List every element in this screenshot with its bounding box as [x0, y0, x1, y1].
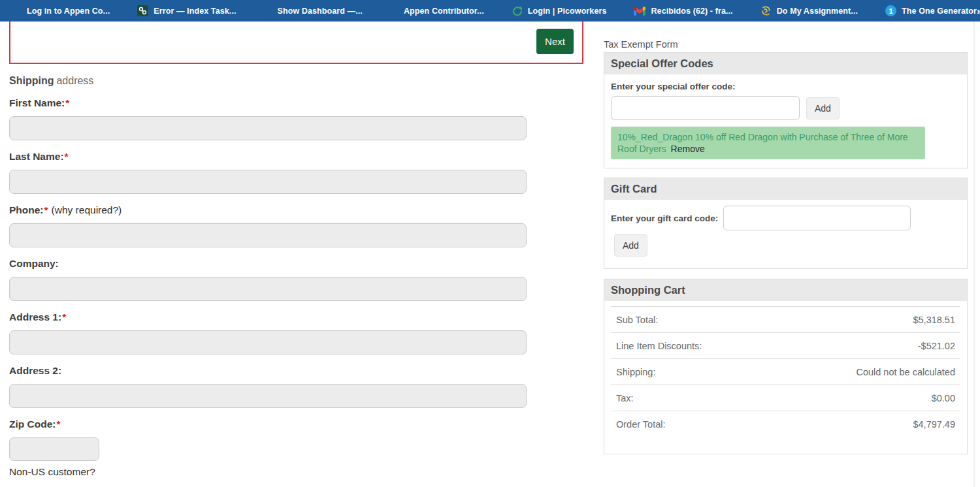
last-name-label: Last Name:*	[9, 150, 583, 163]
required-asterisk: *	[65, 97, 69, 108]
offer-code-input[interactable]	[611, 96, 800, 120]
shopping-cart-panel: Shopping Cart Sub Total: $5,318.51 Line …	[604, 279, 968, 454]
bookmarks-bar: Log in to Appen Co... Error — Index Task…	[0, 0, 980, 22]
special-offer-codes-panel: Special Offer Codes Enter your special o…	[604, 52, 968, 168]
applied-offer-text: 10%_Red_Dragon 10% off Red Dragon with P…	[617, 132, 908, 154]
zip-code-input[interactable]	[9, 437, 99, 461]
appen-diamonds-icon	[11, 5, 23, 16]
zip-code-label: Zip Code:*	[9, 418, 583, 430]
last-name-input[interactable]	[9, 170, 527, 194]
shipping-address-heading: Shippingaddress	[9, 75, 583, 87]
bookmark-item-appen-contributor[interactable]: Appen Contributor...	[390, 7, 484, 16]
cart-row-subtotal: Sub Total: $5,318.51	[611, 306, 960, 332]
required-asterisk: *	[65, 151, 69, 162]
non-us-customer-link[interactable]: Non-US customer?	[9, 466, 583, 478]
gmail-icon	[634, 7, 645, 16]
special-offer-codes-title: Special Offer Codes	[604, 53, 967, 74]
bookmark-item-picoworkers[interactable]: Login | Picoworkers	[512, 5, 607, 16]
remove-offer-link[interactable]: Remove	[671, 144, 705, 154]
last-name-field: Last Name:*	[9, 150, 583, 194]
appen-teal-diamonds-icon	[388, 5, 400, 16]
gold-swirl-icon	[760, 5, 772, 16]
shopping-cart-title: Shopping Cart	[604, 279, 967, 301]
tax-exempt-form-link[interactable]: Tax Exempt Form	[604, 39, 968, 52]
bookmark-item-the-one-generator[interactable]: 1 The One Generator	[885, 5, 977, 16]
order-summary-column: Tax Exempt Form Special Offer Codes Ente…	[604, 39, 968, 454]
appen-diamonds-icon	[262, 5, 274, 16]
required-asterisk: *	[56, 418, 60, 430]
leaf-ring-icon	[512, 5, 523, 16]
company-label: Company:	[9, 257, 583, 270]
chain-link-icon	[137, 5, 148, 16]
cart-row-shipping: Shipping: Could not be calculated	[611, 358, 960, 385]
gift-card-body: Enter your gift card code: Add	[604, 200, 967, 268]
number-one-badge-icon: 1	[885, 5, 896, 16]
required-asterisk: *	[62, 311, 66, 322]
next-button[interactable]: Next	[536, 29, 574, 54]
validation-alert-box: Next	[9, 22, 583, 64]
shipping-form-column: Next Shippingaddress First Name:* Last N…	[9, 22, 583, 487]
scrollbar-track[interactable]	[973, 22, 975, 487]
address1-label: Address 1:*	[9, 311, 583, 323]
bookmark-item-do-my-assignment[interactable]: Do My Assignment...	[760, 5, 858, 16]
gift-card-input[interactable]	[723, 206, 911, 230]
applied-offer-banner: 10%_Red_Dragon 10% off Red Dragon with P…	[611, 127, 925, 159]
zip-code-field: Zip Code:*	[9, 418, 583, 461]
address1-field: Address 1:*	[9, 311, 583, 354]
first-name-label: First Name:*	[9, 97, 583, 109]
bookmark-item-error-index-task[interactable]: Error — Index Task...	[137, 5, 236, 16]
gift-card-panel: Gift Card Enter your gift card code: Add	[604, 178, 968, 269]
cart-row-order-total: Order Total: $4,797.49	[611, 411, 960, 437]
checkout-page: Next Shippingaddress First Name:* Last N…	[0, 22, 980, 487]
cart-row-tax: Tax: $0.00	[611, 385, 960, 411]
offer-code-label: Enter your special offer code:	[611, 82, 960, 91]
special-offer-codes-body: Enter your special offer code: Add 10%_R…	[604, 74, 967, 168]
address2-label: Address 2:	[9, 364, 583, 377]
phone-field: Phone:*(why required?)	[9, 204, 583, 247]
phone-label: Phone:*(why required?)	[9, 204, 583, 216]
company-input[interactable]	[9, 277, 527, 301]
cart-row-line-item-discounts: Line Item Discounts: -$521.02	[611, 332, 960, 358]
required-asterisk: *	[44, 204, 48, 215]
why-required-link[interactable]: (why required?)	[52, 204, 122, 215]
bookmark-item-show-dashboard[interactable]: Show Dashboard —...	[264, 7, 363, 16]
bookmark-item-gmail-inbox[interactable]: Recibidos (62) - fra...	[634, 7, 732, 16]
gift-card-label: Enter your gift card code:	[611, 213, 718, 223]
bookmark-item-appen-login[interactable]: Log in to Appen Co...	[13, 7, 110, 16]
shopping-cart-body: Sub Total: $5,318.51 Line Item Discounts…	[604, 301, 967, 454]
bookmarks-overflow-chevron-icon[interactable]: »	[977, 5, 980, 16]
address2-input[interactable]	[9, 384, 527, 408]
phone-input[interactable]	[9, 223, 527, 247]
first-name-field: First Name:*	[9, 97, 583, 140]
address1-input[interactable]	[9, 330, 527, 354]
first-name-input[interactable]	[9, 116, 527, 140]
offer-code-add-button[interactable]: Add	[806, 97, 840, 119]
address2-field: Address 2:	[9, 364, 583, 408]
gift-card-add-button[interactable]: Add	[614, 234, 647, 257]
company-field: Company:	[9, 257, 583, 301]
gift-card-title: Gift Card	[604, 178, 967, 200]
